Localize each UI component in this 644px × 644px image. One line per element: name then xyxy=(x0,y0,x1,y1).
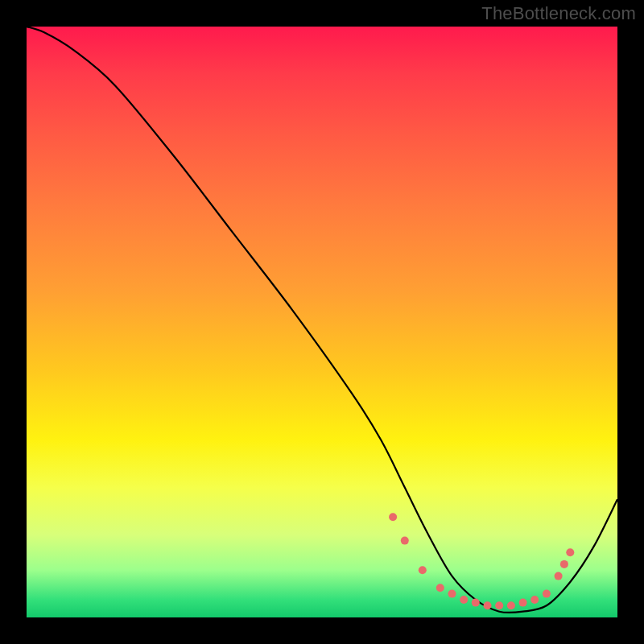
marker-dot xyxy=(495,601,503,609)
plot-area xyxy=(27,27,617,617)
marker-dot xyxy=(448,590,456,598)
marker-dot xyxy=(560,560,568,568)
marker-dot xyxy=(472,599,480,607)
marker-dot xyxy=(436,584,444,592)
curve-layer xyxy=(27,27,617,617)
marker-dot xyxy=(543,590,551,598)
marker-dot xyxy=(419,566,427,574)
marker-dot xyxy=(507,601,515,609)
marker-dot xyxy=(460,596,468,604)
watermark-label: TheBottleneck.com xyxy=(481,3,636,24)
marker-dot xyxy=(555,572,563,580)
marker-dot xyxy=(389,513,397,521)
marker-dot xyxy=(519,599,527,607)
main-curve xyxy=(27,27,617,613)
marker-dot xyxy=(484,601,492,609)
chart-container: TheBottleneck.com xyxy=(0,0,644,644)
marker-group xyxy=(389,513,574,609)
marker-dot xyxy=(401,537,409,545)
marker-dot xyxy=(566,548,574,556)
marker-dot xyxy=(530,596,539,604)
